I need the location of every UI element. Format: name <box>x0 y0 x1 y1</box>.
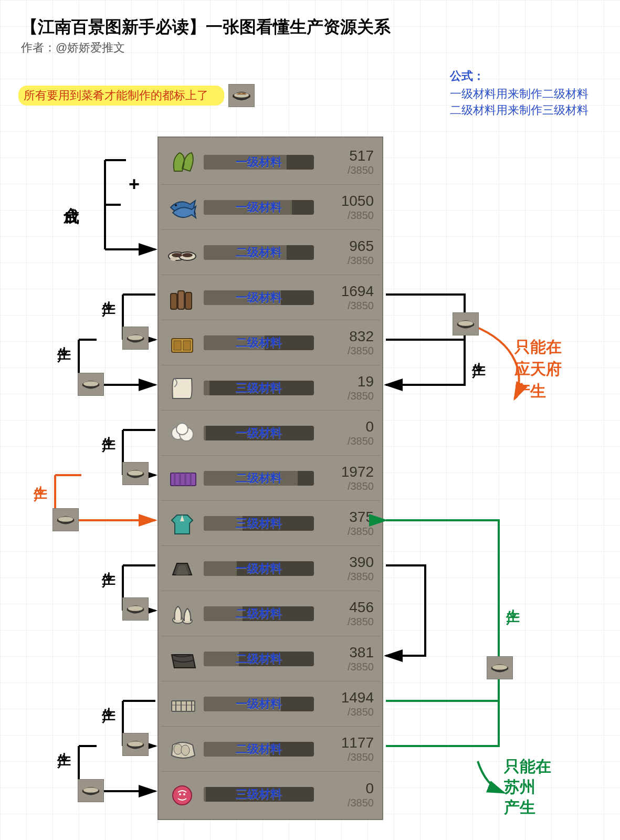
svg-point-28 <box>174 744 182 754</box>
svg-rect-7 <box>178 291 184 309</box>
max-value: /3850 <box>319 571 374 583</box>
label-produce-right-2-green: 生产 <box>504 598 522 601</box>
resource-panel: 一级材料 517 /3850 一级材料 1050 /3850 二级材料 965 … <box>157 136 383 820</box>
row-values: 965 /3850 <box>319 238 377 267</box>
max-value: /3850 <box>319 480 374 492</box>
paper-icon <box>164 370 202 406</box>
svg-point-0 <box>234 92 249 98</box>
svg-point-31 <box>179 793 181 795</box>
svg-point-37 <box>128 606 143 611</box>
level-label: 二级材料 <box>204 606 314 621</box>
plus-symbol: + <box>129 173 140 195</box>
iron-icon <box>164 686 202 722</box>
label-produce-7: 生产 <box>55 742 73 744</box>
coin-icon <box>164 731 202 767</box>
tile-icon <box>164 641 202 677</box>
row-values: 0 /3850 <box>319 418 377 447</box>
label-produce-right-1: 生产 <box>470 352 488 354</box>
level-label: 一级材料 <box>204 290 314 305</box>
current-value: 375 <box>319 509 374 526</box>
row-bar: 二级材料 <box>202 471 319 486</box>
row-values: 1972 /3850 <box>319 464 377 492</box>
row-bar: 一级材料 <box>202 290 319 305</box>
svg-point-1 <box>175 204 177 206</box>
max-value: /3850 <box>319 390 374 402</box>
current-value: 0 <box>319 418 374 435</box>
row-bar: 三级材料 <box>202 516 319 531</box>
resource-row: 二级材料 456 /3850 <box>161 591 380 636</box>
svg-point-5 <box>182 253 193 257</box>
svg-point-32 <box>183 793 185 795</box>
svg-point-41 <box>492 665 508 670</box>
svg-point-36 <box>58 517 73 522</box>
row-values: 0 /3850 <box>319 780 377 809</box>
level-label: 一级材料 <box>204 697 314 711</box>
label-produce-5: 生产 <box>100 561 118 563</box>
level-label: 一级材料 <box>204 200 314 215</box>
max-value: /3850 <box>319 661 374 673</box>
author-line: 作者：@娇娇爱推文 <box>21 40 125 56</box>
pottery-icon <box>164 596 202 632</box>
label-produce-1: 生产 <box>100 290 118 292</box>
formula-box: 公式： 一级材料用来制作二级材料 二级材料用来制作三级材料 <box>450 68 589 119</box>
current-value: 1177 <box>319 734 374 751</box>
max-value: /3850 <box>319 300 374 312</box>
current-value: 1494 <box>319 689 374 706</box>
svg-point-39 <box>83 788 99 793</box>
level-label: 二级材料 <box>204 245 314 260</box>
row-values: 375 /3850 <box>319 509 377 538</box>
row-bar: 一级材料 <box>202 155 319 170</box>
label-produce-2: 生产 <box>55 336 73 338</box>
row-values: 832 /3850 <box>319 328 377 357</box>
dish-icon <box>122 462 149 485</box>
row-values: 1694 /3850 <box>319 283 377 312</box>
highlight-row: 所有要用到菜肴才能制作的都标上了 <box>18 84 255 107</box>
resource-row: 一级材料 0 /3850 <box>161 411 380 456</box>
svg-rect-11 <box>183 341 191 350</box>
row-values: 381 /3850 <box>319 644 377 673</box>
resource-row: 二级材料 1177 /3850 <box>161 727 380 772</box>
current-value: 0 <box>319 780 374 797</box>
resource-row: 二级材料 965 /3850 <box>161 230 380 275</box>
formula-line-1: 一级材料用来制作二级材料 <box>450 86 589 102</box>
row-bar: 二级材料 <box>202 606 319 621</box>
current-value: 1050 <box>319 193 374 209</box>
row-values: 1494 /3850 <box>319 689 377 718</box>
svg-point-4 <box>172 253 182 257</box>
current-value: 965 <box>319 238 374 255</box>
svg-point-35 <box>128 470 143 476</box>
vegetable-icon <box>164 144 202 180</box>
fish-icon <box>164 190 202 225</box>
resource-row: 三级材料 375 /3850 <box>161 501 380 546</box>
svg-point-40 <box>458 321 474 326</box>
level-label: 二级材料 <box>204 652 314 666</box>
resource-row: 一级材料 390 /3850 <box>161 546 380 591</box>
row-bar: 一级材料 <box>202 426 319 440</box>
svg-point-30 <box>173 786 192 805</box>
dish-icon <box>78 373 104 396</box>
resource-row: 一级材料 517 /3850 <box>161 140 380 185</box>
level-label: 三级材料 <box>204 381 314 395</box>
dish-icon <box>78 779 104 802</box>
dish-icon <box>122 327 149 350</box>
current-value: 381 <box>319 644 374 661</box>
level-label: 一级材料 <box>204 561 314 576</box>
clay-icon <box>164 551 202 586</box>
dish-bowls-icon <box>164 235 202 270</box>
svg-point-38 <box>128 741 143 747</box>
page-title: 【江南百景图新手必读】一张图看懂生产资源关系 <box>21 16 391 39</box>
svg-rect-8 <box>185 292 192 309</box>
current-value: 832 <box>319 328 374 345</box>
level-label: 一级材料 <box>204 426 314 440</box>
row-values: 1177 /3850 <box>319 734 377 763</box>
wood-icon <box>164 280 202 316</box>
note-orange: 只能在 应天府 产生 <box>514 336 562 402</box>
max-value: /3850 <box>319 526 374 538</box>
level-label: 二级材料 <box>204 335 314 350</box>
formula-line-2: 二级材料用来制作三级材料 <box>450 102 589 119</box>
current-value: 1694 <box>319 283 374 300</box>
svg-point-14 <box>176 423 188 435</box>
level-label: 二级材料 <box>204 471 314 486</box>
dish-icon <box>453 312 479 335</box>
row-bar: 二级材料 <box>202 742 319 757</box>
